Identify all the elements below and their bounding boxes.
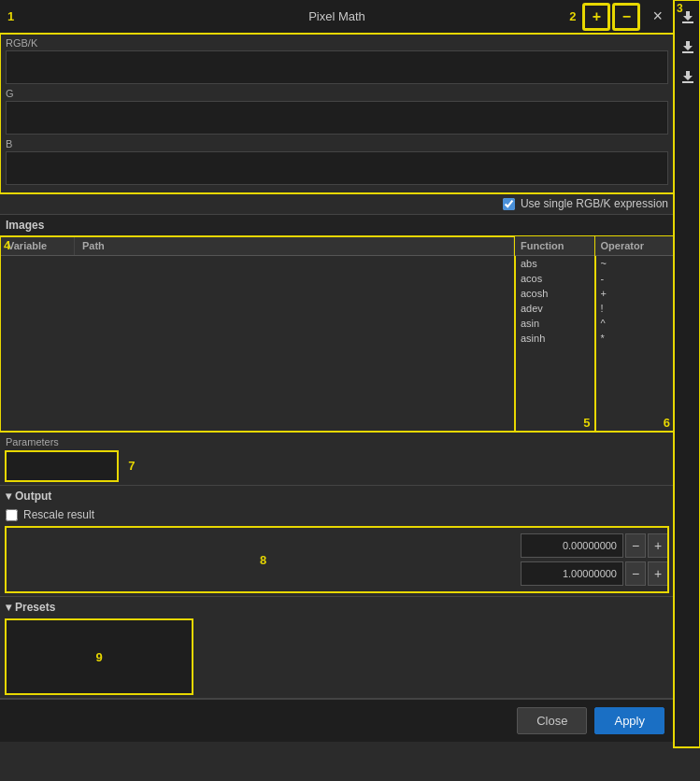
presets-chevron[interactable]: ▾	[6, 601, 11, 614]
titlebar-controls: 2 + − ×	[569, 4, 666, 30]
presets-body: 9	[6, 619, 668, 694]
func-item-acos[interactable]: acos	[515, 271, 594, 286]
badge-9: 9	[95, 650, 102, 664]
presets-section: ▾ Presets 9	[0, 597, 674, 699]
b-input[interactable]	[6, 151, 668, 185]
func-item-abs[interactable]: abs	[515, 256, 594, 271]
presets-header: ▾ Presets	[6, 601, 668, 614]
col-path: Path	[75, 236, 514, 255]
images-section-header: Images	[0, 215, 674, 236]
badge-8: 8	[6, 553, 521, 567]
output-value-1[interactable]	[521, 533, 623, 558]
col-variable: Variable	[0, 236, 75, 255]
images-table: 4 Variable Path	[0, 236, 515, 432]
close-window-button[interactable]: ×	[649, 7, 666, 26]
badge-4: 4	[4, 238, 10, 252]
rgb-input[interactable]	[6, 50, 668, 84]
operator-column: Operator ~ - + ! ^ * 6	[595, 236, 675, 432]
operator-header: Operator	[595, 236, 675, 256]
badge-2: 2	[569, 9, 576, 23]
decrement-btn-1[interactable]: −	[625, 533, 646, 558]
expression-area: RGB/K G B	[0, 34, 674, 193]
op-item-star[interactable]: *	[595, 331, 675, 346]
download-btn-3[interactable]	[676, 64, 700, 90]
func-item-acosh[interactable]: acosh	[515, 286, 594, 301]
parameters-label: Parameters	[6, 436, 668, 447]
op-item-tilde[interactable]: ~	[595, 256, 675, 271]
rescale-label: Rescale result	[23, 508, 94, 521]
parameters-section: Parameters 7	[0, 433, 674, 486]
func-item-adev[interactable]: adev	[515, 301, 594, 316]
images-layout: 4 Variable Path Function abs acos acosh …	[0, 236, 674, 433]
parameters-input[interactable]	[6, 451, 118, 481]
numeric-row-2: − +	[521, 561, 668, 586]
rgb-row: RGB/K	[6, 37, 668, 84]
table-header: Variable Path	[0, 236, 514, 256]
presets-list[interactable]: 9	[6, 619, 193, 694]
rescale-checkbox[interactable]	[6, 509, 18, 521]
op-item-caret[interactable]: ^	[595, 316, 675, 331]
badge-1: 1	[7, 9, 14, 23]
bottom-bar: Close Apply	[0, 699, 674, 742]
minus-button[interactable]: −	[613, 4, 639, 30]
op-item-plus[interactable]: +	[595, 286, 675, 301]
add-button[interactable]: +	[583, 4, 609, 30]
g-row: G	[6, 88, 668, 135]
svg-rect-1	[682, 51, 693, 53]
svg-rect-2	[682, 81, 693, 83]
output-numeric-col: − + − +	[521, 533, 668, 586]
side-buttons: 3	[674, 0, 700, 747]
titlebar-title: Pixel Math	[308, 9, 365, 23]
rescale-row: Rescale result	[6, 508, 668, 521]
output-value-2[interactable]	[521, 561, 623, 586]
function-column: Function abs acos acosh adev asin asinh …	[515, 236, 595, 432]
apply-button[interactable]: Apply	[594, 707, 664, 734]
g-input[interactable]	[6, 101, 668, 135]
op-item-exclaim[interactable]: !	[595, 301, 675, 316]
single-rgb-row: Use single RGB/K expression	[0, 193, 674, 215]
close-button[interactable]: Close	[517, 707, 587, 734]
function-header: Function	[515, 236, 594, 256]
g-label: G	[6, 88, 668, 99]
output-chevron[interactable]: ▾	[6, 490, 11, 503]
op-item-minus[interactable]: -	[595, 271, 675, 286]
numeric-row-1: − +	[521, 533, 668, 558]
increment-btn-1[interactable]: +	[648, 533, 668, 558]
b-label: B	[6, 138, 668, 149]
b-row: B	[6, 138, 668, 185]
output-body: 8 − + − +	[6, 527, 668, 592]
badge-7: 7	[128, 459, 135, 473]
single-rgb-label: Use single RGB/K expression	[521, 197, 668, 210]
badge-6: 6	[664, 416, 670, 430]
decrement-btn-2[interactable]: −	[625, 561, 646, 586]
func-item-asin[interactable]: asin	[515, 316, 594, 331]
download-btn-2[interactable]	[676, 34, 700, 60]
output-header: ▾ Output	[6, 490, 668, 503]
single-rgb-checkbox[interactable]	[503, 198, 515, 210]
func-op-area: Function abs acos acosh adev asin asinh …	[515, 236, 674, 432]
titlebar: 1 Pixel Math 2 + − ×	[0, 0, 674, 34]
badge-5: 5	[583, 416, 590, 430]
rgb-label: RGB/K	[6, 37, 668, 49]
badge-3: 3	[677, 2, 683, 15]
func-item-asinh[interactable]: asinh	[515, 331, 594, 346]
svg-rect-0	[682, 21, 693, 23]
increment-btn-2[interactable]: +	[648, 561, 668, 586]
output-section: ▾ Output Rescale result 8 − +	[0, 486, 674, 597]
